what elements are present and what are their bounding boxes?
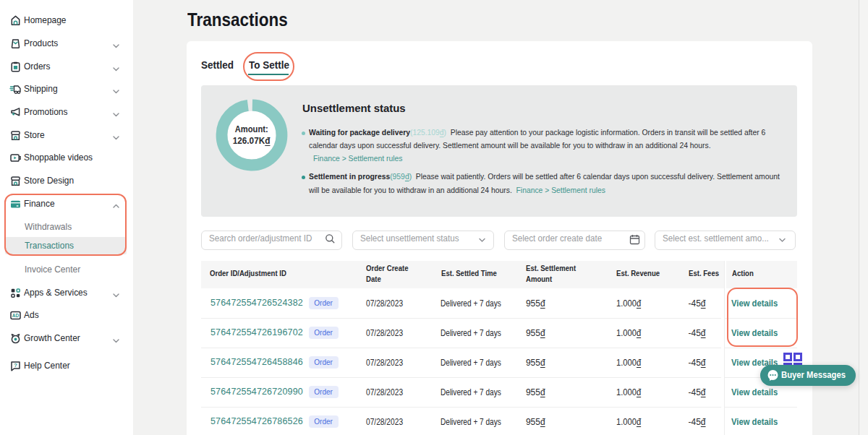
svg-text:?: ? — [14, 362, 17, 369]
svg-text:AD: AD — [12, 313, 20, 318]
